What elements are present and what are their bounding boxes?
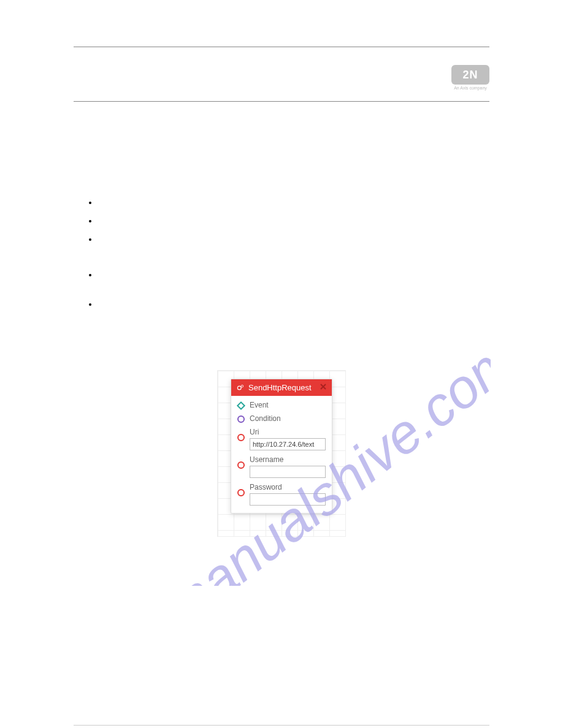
username-label: Username	[250, 455, 326, 464]
circle-icon	[237, 415, 245, 423]
uri-input[interactable]	[250, 438, 326, 450]
close-icon[interactable]	[320, 383, 327, 392]
circle-icon	[237, 489, 245, 496]
section-divider	[74, 101, 489, 102]
svg-point-1	[241, 385, 243, 387]
condition-label: Condition	[250, 414, 281, 423]
port-username[interactable]: Username	[237, 455, 326, 478]
list-item	[98, 270, 489, 279]
brand-logo: 2N An Axis company	[451, 65, 489, 90]
port-event[interactable]: Event	[237, 401, 326, 409]
list-item	[98, 299, 489, 309]
node-title: SendHttpRequest	[248, 383, 320, 392]
bottom-divider	[74, 725, 489, 726]
port-password[interactable]: Password	[237, 483, 326, 506]
event-label: Event	[250, 401, 269, 409]
gear-icon	[236, 384, 245, 392]
port-condition[interactable]: Condition	[237, 414, 326, 423]
list-item	[98, 234, 489, 244]
list-item	[98, 197, 489, 207]
diamond-icon	[237, 401, 245, 410]
password-input[interactable]	[250, 493, 326, 506]
username-input[interactable]	[250, 466, 326, 478]
node-card[interactable]: SendHttpRequest Event Condition Uri	[231, 379, 332, 514]
port-uri[interactable]: Uri	[237, 428, 326, 450]
circle-icon	[237, 461, 245, 469]
logo-subtitle: An Axis company	[451, 86, 489, 90]
node-body: Event Condition Uri Username	[231, 396, 332, 513]
top-divider	[74, 47, 489, 47]
circle-icon	[237, 434, 245, 441]
uri-label: Uri	[250, 428, 326, 436]
list-item	[98, 216, 489, 226]
node-header[interactable]: SendHttpRequest	[231, 379, 332, 396]
bullet-list	[74, 197, 489, 309]
svg-point-0	[237, 386, 241, 390]
logo-mark: 2N	[451, 65, 489, 85]
password-label: Password	[250, 483, 326, 491]
